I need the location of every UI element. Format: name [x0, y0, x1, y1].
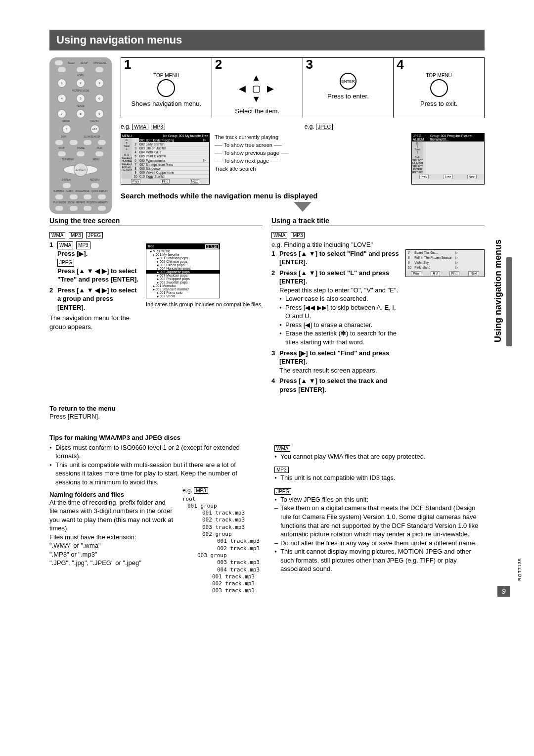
tree-note: The navigation menu for the group appear…	[49, 314, 142, 331]
track-format-labels: WMA MP3	[271, 230, 485, 240]
eg-right: e.g. JPEG	[305, 123, 334, 130]
naming-heading: Naming folders and files	[49, 491, 176, 498]
top-menu-icon	[430, 79, 448, 97]
page-number: 9	[497, 586, 510, 597]
page-title: Using navigation menus	[49, 30, 485, 50]
dpad-icon: ▲◀ ▢ ▶▼	[214, 73, 301, 104]
track-steps: Press [▲ ▼] to select "Find" and press […	[271, 249, 401, 394]
remote-illustration: SLEEPSETUPOPN/CLOSE A.SPD 123 PICTURE MO…	[49, 57, 114, 217]
tree-steps: WMA MP3 Press [▶]. JPEG Press [▲ ▼ ◀ ▶] …	[49, 240, 142, 312]
jpeg-notes: To view JPEG files on this unit:	[274, 495, 485, 504]
jpeg-menu-screen: JPEG ALBUMGroup: 001 Penguins Picture: f…	[411, 133, 485, 185]
find-screen-diagram: 7Board The Ga…▷ 8Fall In The Frozen Seas…	[405, 249, 485, 277]
wma-note: You cannot play WMA files that are copy …	[274, 452, 485, 461]
return-heading: To return to the menu	[49, 405, 485, 412]
tips-left-bullets: Discs must conform to ISO9660 level 1 or…	[49, 443, 260, 487]
tree-caption: Indicates this group includes no compati…	[146, 301, 263, 307]
wma-label: WMA	[274, 445, 290, 452]
eg-left: e.g. WMA MP3	[121, 123, 166, 130]
mp3-note: This unit is not compatible with ID3 tag…	[274, 473, 485, 482]
tips-heading: Tips for making WMA/MP3 and JPEG discs	[49, 434, 485, 441]
naming-text: At the time of recording, prefix folder …	[49, 498, 176, 567]
step-2: 2 ▲◀ ▢ ▶▼ Select the item.	[212, 58, 303, 118]
top-menu-icon	[157, 79, 175, 97]
folder-tree-diagram: root 001 group 001 track.mp3 002 track.m…	[182, 496, 260, 595]
tree-screen-diagram: TreeG 7/16 MP3 music 001 My favorite 001…	[146, 243, 220, 298]
track-heading: Using a track title	[271, 217, 485, 226]
track-intro: e.g. Finding a title including "LOVE"	[271, 240, 485, 249]
wma-menu-screen: MENUNo Group: 001 My favorite Tree G T T…	[121, 133, 210, 185]
step-4: 4 TOP MENU Press to exit.	[394, 58, 484, 118]
enter-icon: ENTER	[340, 73, 356, 90]
step-3: 3 ENTER Press to enter.	[303, 58, 394, 118]
jpeg-label: JPEG	[274, 488, 291, 495]
search-methods-heading: Search methods while the navigation menu…	[121, 191, 485, 200]
doc-code: RQT7135	[517, 558, 522, 581]
steps-row: 1 TOP MENU Shows navigation menu. 2 ▲◀ ▢…	[121, 57, 485, 118]
return-text: Press [RETURN].	[49, 412, 485, 421]
side-tab: Using navigation menus	[494, 239, 512, 348]
mp3-label: MP3	[274, 467, 289, 473]
tree-format-labels: WMA MP3 JPEG	[49, 230, 263, 240]
menu-callouts: The track currently playing ── To show t…	[215, 133, 406, 185]
step-1: 1 TOP MENU Shows navigation menu.	[121, 58, 212, 118]
down-arrow-icon	[294, 202, 312, 212]
tree-heading: Using the tree screen	[49, 217, 263, 226]
